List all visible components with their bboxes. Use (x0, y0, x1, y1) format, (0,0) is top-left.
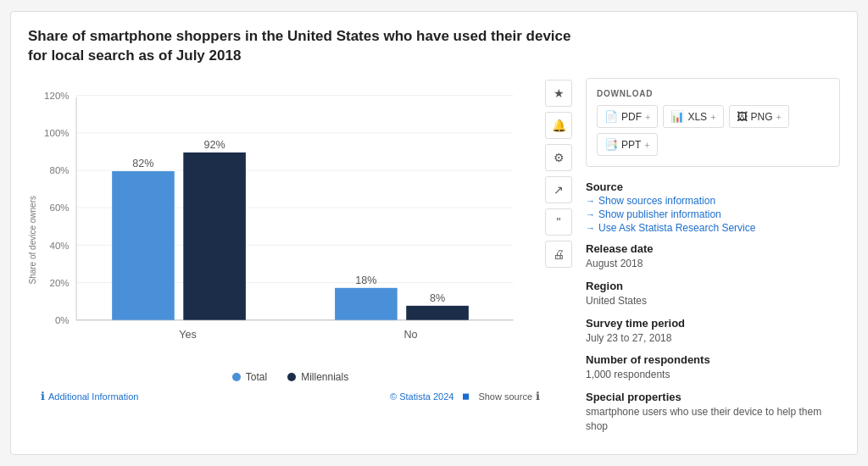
download-png-button[interactable]: 🖼 PNG + (729, 105, 789, 128)
download-buttons: 📄 PDF + 📊 XLS + 🖼 PNG + (597, 105, 829, 156)
chart-footer: ℹ Additional Information © Statista 2024… (41, 390, 540, 402)
release-date-value: August 2018 (586, 257, 840, 271)
info-section: Source → Show sources information → Show… (586, 180, 840, 434)
download-xls-button[interactable]: 📊 XLS + (663, 105, 723, 128)
png-icon: 🖼 (737, 110, 748, 123)
download-pdf-button[interactable]: 📄 PDF + (597, 105, 658, 128)
svg-text:92%: 92% (203, 139, 225, 151)
pdf-label: PDF (621, 111, 642, 123)
download-label: DOWNLOAD (597, 89, 829, 98)
bar-yes-total (112, 171, 175, 320)
respondents-value: 1,000 respondents (586, 368, 840, 382)
download-ppt-button[interactable]: 📑 PPT + (597, 133, 658, 156)
y-axis-label: Share of device owners (28, 196, 37, 285)
xls-label: XLS (687, 111, 707, 123)
bar-yes-millennials (183, 153, 246, 320)
additional-info-label: Additional Information (48, 391, 138, 402)
svg-text:100%: 100% (44, 128, 70, 138)
show-sources-info-text: Show sources information (598, 195, 715, 207)
chart-legend: Total Millennials (41, 371, 540, 383)
svg-text:No: No (403, 329, 417, 341)
pdf-icon: 📄 (604, 110, 618, 123)
survey-time-period-value: July 23 to 27, 2018 (586, 331, 840, 346)
svg-text:40%: 40% (50, 241, 70, 251)
share-button[interactable]: ↗ (545, 176, 572, 203)
release-date-block: Release date August 2018 (586, 242, 840, 271)
chart-svg-container: 0% 20% 40% 60% 80% 100% 12 (41, 78, 540, 366)
footer-right: © Statista 2024 ◼ Show source ℹ (390, 390, 540, 402)
arrow-icon-3: → (586, 223, 595, 233)
ask-statista-text: Use Ask Statista Research Service (598, 222, 755, 234)
bar-no-millennials (406, 306, 469, 320)
legend-item-total: Total (232, 371, 267, 383)
respondents-block: Number of respondents 1,000 respondents (586, 353, 840, 382)
svg-text:82%: 82% (132, 158, 153, 169)
respondents-label: Number of respondents (586, 353, 840, 366)
cite-button[interactable]: " (545, 208, 572, 236)
special-properties-label: Special properties (586, 391, 840, 403)
png-plus: + (776, 112, 782, 122)
release-date-label: Release date (586, 242, 840, 255)
alert-button[interactable]: 🔔 (545, 112, 572, 139)
statista-credit: © Statista 2024 (390, 391, 453, 402)
settings-button[interactable]: ⚙ (545, 144, 572, 171)
right-panel: DOWNLOAD 📄 PDF + 📊 XLS + 🖼 PNG (586, 78, 840, 442)
region-label: Region (586, 280, 840, 292)
source-label: Source (586, 180, 840, 193)
svg-text:120%: 120% (44, 91, 70, 101)
ppt-icon: 📑 (604, 138, 618, 151)
region-block: Region United States (586, 280, 840, 308)
arrow-icon-2: → (586, 209, 595, 219)
pdf-plus: + (645, 112, 650, 122)
show-source-link[interactable]: Show source ℹ (478, 390, 540, 402)
chart-area: 0% 20% 40% 60% 80% 100% 12 (41, 78, 540, 402)
source-block: Source → Show sources information → Show… (586, 180, 840, 234)
show-source-label: Show source (478, 391, 532, 402)
statista-icon: ◼ (462, 391, 470, 402)
bookmark-button[interactable]: ★ (545, 80, 572, 107)
svg-text:Yes: Yes (179, 329, 197, 341)
legend-label-total: Total (246, 371, 267, 383)
chart-section: Share of device owners 0% 20% 40% (28, 78, 572, 442)
info-icon-source: ℹ (536, 390, 540, 402)
png-label: PNG (751, 111, 773, 123)
main-container: Share of smartphone shoppers in the Unit… (10, 11, 858, 455)
legend-dot-millennials (287, 373, 296, 381)
page-title: Share of smartphone shoppers in the Unit… (28, 27, 587, 66)
svg-text:20%: 20% (50, 278, 70, 288)
legend-dot-total (232, 373, 241, 381)
ppt-plus: + (644, 140, 649, 150)
show-publisher-info-text: Show publisher information (598, 208, 721, 220)
chart-toolbar: ★ 🔔 ⚙ ↗ " 🖨 (545, 78, 572, 402)
legend-item-millennials: Millennials (287, 371, 348, 383)
download-box: DOWNLOAD 📄 PDF + 📊 XLS + 🖼 PNG (586, 78, 840, 167)
xls-plus: + (710, 112, 715, 122)
survey-time-period-block: Survey time period July 23 to 27, 2018 (586, 317, 840, 346)
region-value: United States (586, 294, 840, 308)
special-properties-value: smartphone users who use their device to… (586, 405, 840, 434)
ppt-label: PPT (621, 139, 641, 151)
bar-no-total (335, 288, 398, 320)
chart-wrapper: Share of device owners 0% 20% 40% (28, 78, 572, 402)
survey-time-period-label: Survey time period (586, 317, 840, 330)
show-publisher-info-link[interactable]: → Show publisher information (586, 208, 840, 220)
svg-text:8%: 8% (430, 292, 445, 304)
main-content: Share of device owners 0% 20% 40% (28, 78, 840, 442)
legend-label-millennials: Millennials (301, 371, 348, 383)
svg-text:0%: 0% (55, 315, 70, 325)
bar-chart: 0% 20% 40% 60% 80% 100% 12 (41, 78, 540, 366)
arrow-icon-1: → (586, 196, 595, 206)
additional-info-link[interactable]: ℹ Additional Information (41, 390, 138, 402)
show-sources-info-link[interactable]: → Show sources information (586, 195, 840, 207)
svg-text:80%: 80% (50, 165, 70, 175)
svg-text:18%: 18% (355, 275, 376, 286)
info-icon: ℹ (41, 390, 45, 402)
svg-text:60%: 60% (50, 202, 70, 213)
special-properties-block: Special properties smartphone users who … (586, 391, 840, 434)
print-button[interactable]: 🖨 (545, 241, 572, 268)
ask-statista-link[interactable]: → Use Ask Statista Research Service (586, 222, 840, 234)
xls-icon: 📊 (670, 110, 684, 123)
